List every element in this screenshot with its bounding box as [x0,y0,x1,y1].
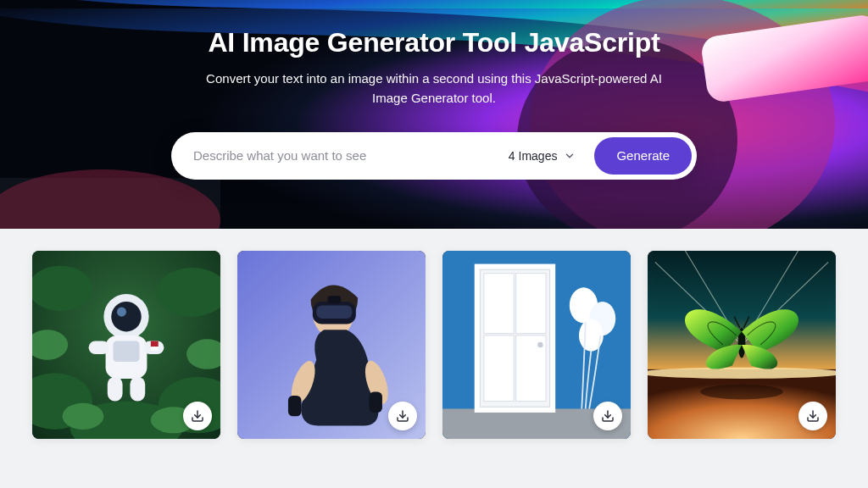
download-button[interactable] [798,402,827,430]
svg-rect-44 [516,274,547,334]
svg-point-12 [63,403,104,430]
download-icon [396,409,409,423]
chevron-down-icon [564,150,576,162]
result-card [237,251,426,439]
download-button[interactable] [183,402,212,430]
svg-rect-23 [151,341,159,347]
generate-button[interactable]: Generate [594,137,692,175]
svg-point-18 [117,308,126,317]
results-gallery [0,229,868,439]
result-card [648,251,836,439]
svg-rect-33 [369,392,382,413]
svg-rect-25 [108,377,123,402]
svg-rect-35 [316,305,352,319]
svg-rect-43 [484,274,515,334]
image-count-select[interactable]: 4 Images [502,149,583,163]
svg-point-54 [648,368,836,379]
prompt-input[interactable] [193,148,490,163]
svg-rect-20 [113,341,139,362]
download-button[interactable] [593,402,622,430]
svg-rect-26 [130,377,145,402]
page-subtitle: Convert your text into an image within a… [197,69,671,108]
hero-section: AI Image Generator Tool JavaScript Conve… [0,0,868,229]
svg-point-47 [537,342,543,348]
result-card [32,251,220,439]
svg-rect-45 [484,336,515,402]
svg-point-17 [111,302,142,332]
download-icon [806,409,820,423]
download-icon [601,409,615,423]
result-card [442,251,631,439]
page-title: AI Image Generator Tool JavaScript [208,27,659,58]
svg-rect-21 [89,341,109,355]
svg-rect-24 [151,347,159,350]
prompt-bar: 4 Images Generate [171,132,697,180]
svg-rect-36 [328,296,342,303]
download-icon [191,409,204,423]
svg-point-59 [700,385,783,400]
image-count-label: 4 Images [509,149,558,163]
download-button[interactable] [388,402,417,430]
svg-rect-32 [288,396,302,416]
